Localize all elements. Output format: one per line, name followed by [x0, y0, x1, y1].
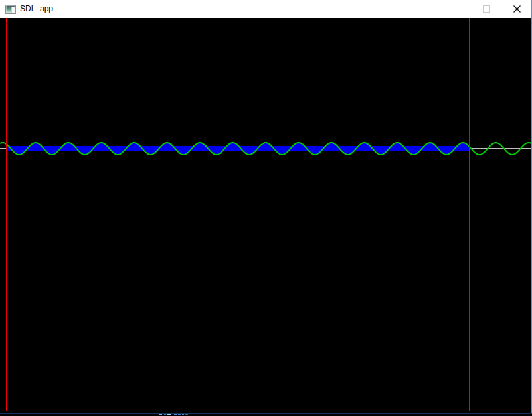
minimize-icon [452, 9, 460, 9]
minimize-button[interactable] [440, 0, 471, 18]
caption-buttons [440, 0, 532, 18]
taskbar-sliver-dash [185, 414, 188, 415]
maximize-button[interactable] [471, 0, 501, 18]
taskbar-sliver-dash [174, 414, 177, 415]
maximize-icon [483, 5, 490, 13]
titlebar[interactable]: SDL_app [0, 0, 532, 18]
window-border-bottom [0, 413, 532, 414]
taskbar-sliver-dash [182, 414, 184, 415]
close-button[interactable] [501, 0, 532, 18]
waveform-fill [7, 143, 470, 155]
app-icon[interactable] [5, 4, 16, 15]
sdl-app-window: SDL_app [0, 0, 532, 416]
taskbar-sliver-dash [164, 414, 166, 415]
taskbar-sliver-dash [178, 414, 181, 415]
taskbar-sliver-dash [167, 414, 171, 415]
taskbar-sliver-dash [159, 414, 162, 415]
close-icon [513, 5, 521, 13]
waveform-canvas [0, 0, 532, 416]
waveform-line [0, 143, 532, 155]
window-title: SDL_app [20, 0, 53, 18]
client-area [0, 18, 532, 416]
